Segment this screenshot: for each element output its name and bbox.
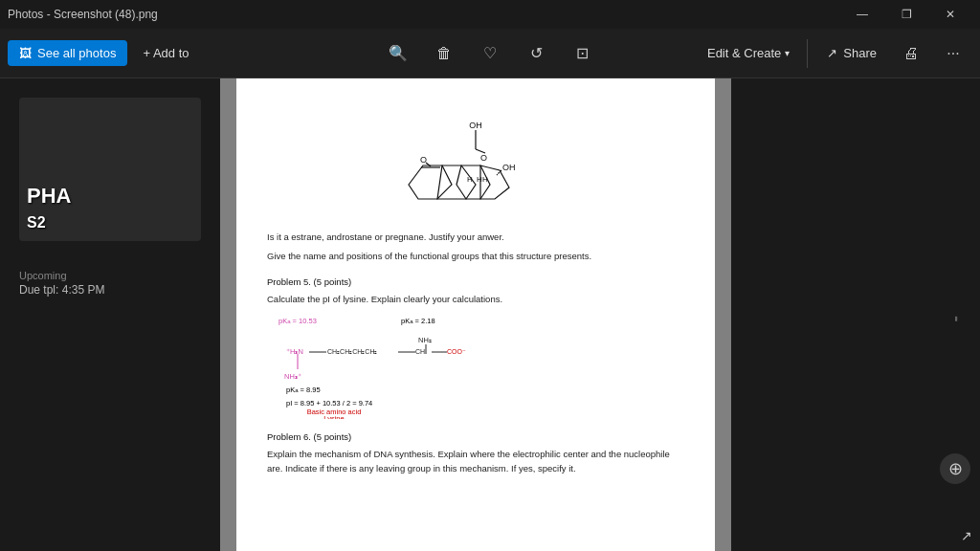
share-button[interactable]: ↗ Share	[815, 40, 888, 66]
zoom-button[interactable]: 🔍	[379, 34, 417, 73]
document-area: OH O OH H H H O Is it a	[220, 78, 731, 551]
edit-create-button[interactable]: Edit & Create ▾	[698, 40, 799, 66]
lysine-diagram: pKa = 10.53 pKa = 2.18 ⁺H₃N CH₂CH₂CH₂CH₂…	[277, 314, 684, 419]
svg-text:OH: OH	[469, 121, 482, 130]
vertical-more-icon[interactable]: ···	[947, 315, 969, 320]
more-options-button[interactable]: ···	[934, 34, 972, 73]
due-text: Due tpl:	[19, 283, 58, 297]
share-label: Share	[843, 46, 877, 60]
resize-icon[interactable]: ↗	[961, 528, 972, 543]
para1: Is it a estrane, androstane or pregnane.…	[267, 231, 684, 244]
toolbar-right: Edit & Create ▾ ↗ Share 🖨 ···	[698, 34, 972, 73]
thumbnail-label: PHA S2	[27, 184, 71, 233]
see-all-photos-button[interactable]: 🖼 See all photos	[8, 40, 127, 66]
expand-button[interactable]: ⊕	[940, 453, 970, 484]
add-to-label: + Add to	[143, 46, 189, 60]
toolbar-divider	[807, 39, 808, 68]
problem6-label: Problem 6.	[267, 431, 311, 442]
svg-text:OH: OH	[502, 163, 516, 172]
para2: Give the name and positions of the funct…	[267, 250, 684, 263]
svg-marker-0	[409, 165, 452, 199]
minimize-button[interactable]: —	[840, 0, 884, 29]
photos-icon: 🖼	[19, 46, 32, 60]
sidebar-thumbnail[interactable]: PHA S2	[19, 98, 201, 241]
expand-icon: ⊕	[948, 458, 963, 479]
svg-text:pKa = 2.18: pKa = 2.18	[401, 317, 435, 325]
document-page: OH O OH H H H O Is it a	[236, 78, 715, 551]
thumbnail-title: PHA	[27, 184, 71, 208]
title-bar-text: Photos - Screenshot (48).png	[8, 8, 840, 21]
print-button[interactable]: 🖨	[892, 34, 930, 73]
svg-text:pKa = 10.53: pKa = 10.53	[278, 317, 317, 325]
svg-text:H: H	[467, 175, 473, 184]
svg-text:⁺H₃N: ⁺H₃N	[286, 347, 303, 356]
upcoming-label: Upcoming	[19, 270, 201, 281]
problem6-header: Problem 6. (5 points)	[267, 430, 684, 444]
svg-text:Lysine: Lysine	[323, 414, 344, 419]
crop-button[interactable]: ⊡	[563, 34, 601, 73]
svg-text:CH: CH	[415, 348, 425, 355]
share-icon: ↗	[827, 46, 837, 60]
lysine-svg: pKa = 10.53 pKa = 2.18 ⁺H₃N CH₂CH₂CH₂CH₂…	[277, 314, 487, 419]
svg-text:NH₂: NH₂	[418, 336, 432, 344]
chevron-down-icon: ▾	[785, 48, 790, 58]
svg-text:H: H	[482, 175, 488, 184]
close-button[interactable]: ✕	[928, 0, 972, 29]
problem6-text: Explain the mechanism of DNA synthesis. …	[267, 448, 684, 475]
problem5-header: Problem 5. (5 points)	[267, 276, 684, 289]
problem6-points: (5 points)	[314, 431, 352, 442]
problem5-label: Problem 5.	[267, 276, 311, 287]
add-to-button[interactable]: + Add to	[131, 40, 200, 66]
favorite-button[interactable]: ♡	[471, 34, 509, 73]
svg-text:O: O	[480, 153, 487, 163]
svg-text:COO⁻: COO⁻	[447, 348, 466, 355]
svg-text:pKa = 8.95: pKa = 8.95	[286, 386, 321, 394]
left-sidebar: PHA S2 Upcoming Due tpl: 4:35 PM	[0, 78, 220, 551]
thumbnail-sub: S2	[27, 214, 46, 231]
rotate-button[interactable]: ↺	[517, 34, 555, 73]
due-time: 4:35 PM	[62, 283, 105, 297]
title-bar: Photos - Screenshot (48).png — ❐ ✕	[0, 0, 980, 29]
toolbar: 🖼 See all photos + Add to 🔍 🗑 ♡ ↺ ⊡ Edit…	[0, 29, 980, 78]
svg-text:pI = 8.95 + 10.53 / 2 = 9.74: pI = 8.95 + 10.53 / 2 = 9.74	[286, 399, 372, 408]
steroid-structure-svg: OH O OH H H H O	[380, 113, 571, 223]
sidebar-info: Upcoming Due tpl: 4:35 PM	[0, 260, 220, 314]
edit-create-label: Edit & Create	[707, 46, 781, 60]
svg-text:CH₂CH₂CH₂CH₂: CH₂CH₂CH₂CH₂	[327, 348, 377, 355]
svg-text:NH₃⁺: NH₃⁺	[284, 372, 301, 381]
delete-button[interactable]: 🗑	[425, 34, 463, 73]
due-label: Due tpl: 4:35 PM	[19, 283, 201, 297]
restore-button[interactable]: ❐	[884, 0, 928, 29]
more-icon: ···	[947, 45, 959, 62]
right-sidebar: ··· ⊕ ↗	[731, 78, 980, 551]
title-bar-controls: — ❐ ✕	[840, 0, 972, 29]
problem5-text: Calculate the pI of lysine. Explain clea…	[267, 293, 684, 306]
chemical-structure: OH O OH H H H O	[267, 113, 684, 223]
problem5-points: (5 points)	[314, 276, 352, 287]
main-layout: PHA S2 Upcoming Due tpl: 4:35 PM	[0, 78, 980, 551]
see-all-photos-label: See all photos	[37, 46, 116, 60]
